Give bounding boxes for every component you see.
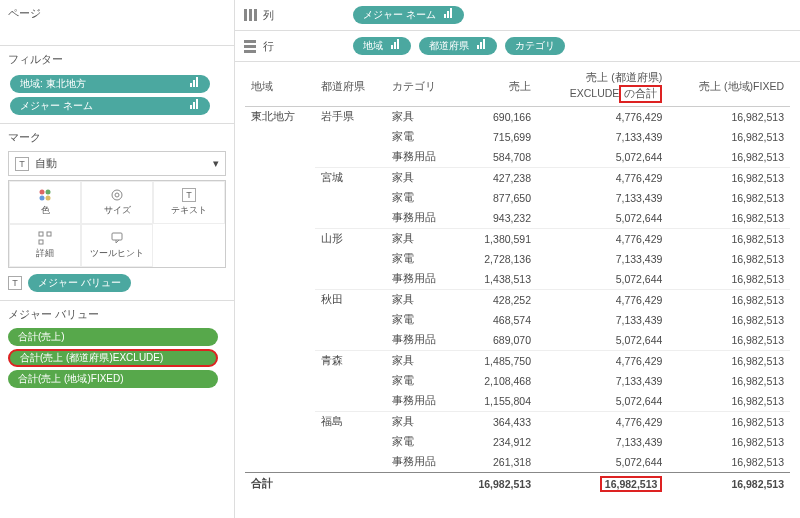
value-cell: 1,380,591 xyxy=(456,229,537,250)
pill[interactable]: 合計(売上) xyxy=(8,328,218,346)
value-cell: 4,776,429 xyxy=(537,229,668,250)
pref-cell xyxy=(315,249,385,269)
th-category: カテゴリ xyxy=(386,68,456,107)
svg-rect-30 xyxy=(483,39,485,49)
pref-cell: 宮城 xyxy=(315,168,385,189)
th-region: 地域 xyxy=(245,68,315,107)
value-cell: 364,433 xyxy=(456,412,537,433)
value-cell: 16,982,513 xyxy=(668,229,790,250)
value-cell: 877,650 xyxy=(456,188,537,208)
pill[interactable]: カテゴリ xyxy=(505,37,565,55)
pill[interactable]: 合計(売上 (都道府県)EXCLUDE) xyxy=(8,349,218,367)
pill[interactable]: メジャー ネーム xyxy=(10,97,210,115)
value-cell: 261,318 xyxy=(456,452,537,473)
pref-cell xyxy=(315,208,385,229)
svg-rect-26 xyxy=(394,42,396,49)
pill[interactable]: 地域: 東北地方 xyxy=(10,75,210,93)
mark-detail[interactable]: 詳細 xyxy=(9,224,81,267)
mark-size[interactable]: サイズ xyxy=(81,181,153,224)
marks-dropdown[interactable]: T 自動 ▾ xyxy=(8,151,226,176)
svg-point-7 xyxy=(46,190,51,195)
category-cell: 事務用品 xyxy=(386,269,456,290)
table-row: 家電715,6997,133,43916,982,513 xyxy=(245,127,790,147)
value-cell: 16,982,513 xyxy=(668,310,790,330)
value-cell: 5,072,644 xyxy=(537,269,668,290)
value-cell: 5,072,644 xyxy=(537,330,668,351)
pref-cell xyxy=(315,452,385,473)
value-cell: 4,776,429 xyxy=(537,290,668,311)
value-cell: 2,728,136 xyxy=(456,249,537,269)
value-cell: 1,485,750 xyxy=(456,351,537,372)
value-cell: 16,982,513 xyxy=(668,127,790,147)
value-cell: 16,982,513 xyxy=(668,269,790,290)
pill[interactable]: メジャー ネーム xyxy=(353,6,464,24)
svg-rect-13 xyxy=(47,232,51,236)
columns-shelf-label: 列 xyxy=(243,8,343,23)
rows-icon xyxy=(243,39,257,53)
pill[interactable]: 都道府県 xyxy=(419,37,497,55)
table-row: 事務用品689,0705,072,64416,982,513 xyxy=(245,330,790,351)
value-cell: 5,072,644 xyxy=(537,391,668,412)
value-cell: 7,133,439 xyxy=(537,310,668,330)
value-cell: 4,776,429 xyxy=(537,351,668,372)
mark-color[interactable]: 色 xyxy=(9,181,81,224)
category-cell: 家具 xyxy=(386,351,456,372)
total-cell: 16,982,513 xyxy=(668,473,790,496)
pages-panel-title: ページ xyxy=(8,6,226,21)
value-cell: 2,108,468 xyxy=(456,371,537,391)
th-sales: 売上 xyxy=(456,68,537,107)
pref-cell xyxy=(315,269,385,290)
table-row: 山形家具1,380,5914,776,42916,982,513 xyxy=(245,229,790,250)
chevron-down-icon: ▾ xyxy=(213,157,219,170)
sort-icon xyxy=(477,39,487,53)
category-cell: 事務用品 xyxy=(386,147,456,168)
value-cell: 7,133,439 xyxy=(537,371,668,391)
detail-icon xyxy=(38,231,52,245)
marks-dropdown-label: 自動 xyxy=(35,156,57,171)
category-cell: 事務用品 xyxy=(386,208,456,229)
svg-point-11 xyxy=(115,193,119,197)
table-row: 事務用品943,2325,072,64416,982,513 xyxy=(245,208,790,229)
category-cell: 家具 xyxy=(386,412,456,433)
th-fixed: 売上 (地域)FIXED xyxy=(668,68,790,107)
mark-text[interactable]: T テキスト xyxy=(153,181,225,224)
svg-rect-3 xyxy=(190,105,192,109)
svg-rect-27 xyxy=(397,39,399,49)
color-icon xyxy=(38,188,52,202)
category-cell: 事務用品 xyxy=(386,330,456,351)
total-cell: 16,982,513 xyxy=(456,473,537,496)
pill[interactable]: 合計(売上 (地域)FIXED) xyxy=(8,370,218,388)
category-cell: 家電 xyxy=(386,432,456,452)
size-icon xyxy=(110,188,124,202)
mark-tooltip[interactable]: ツールヒント xyxy=(81,224,153,267)
svg-rect-14 xyxy=(39,240,43,244)
text-type-icon-2: T xyxy=(8,276,22,290)
svg-point-10 xyxy=(112,190,122,200)
pill[interactable]: 地域 xyxy=(353,37,411,55)
svg-rect-22 xyxy=(244,40,256,43)
category-cell: 事務用品 xyxy=(386,452,456,473)
value-cell: 468,574 xyxy=(456,310,537,330)
value-cell: 16,982,513 xyxy=(668,412,790,433)
svg-rect-24 xyxy=(244,50,256,53)
marks-measure-pill[interactable]: メジャー バリュー xyxy=(28,274,131,292)
data-table: 地域 都道府県 カテゴリ 売上 売上 (都道府県) EXCLUDEの合計 売上 … xyxy=(245,68,790,495)
pref-cell xyxy=(315,127,385,147)
value-cell: 428,252 xyxy=(456,290,537,311)
measure-values-title: メジャー バリュー xyxy=(8,307,226,322)
total-cell: 16,982,513 xyxy=(537,473,668,496)
region-cell: 東北地方 xyxy=(245,107,315,473)
svg-rect-25 xyxy=(391,45,393,49)
table-row: 事務用品261,3185,072,64416,982,513 xyxy=(245,452,790,473)
svg-point-9 xyxy=(46,196,51,201)
tooltip-icon xyxy=(110,231,124,245)
value-cell: 16,982,513 xyxy=(668,208,790,229)
category-cell: 家具 xyxy=(386,290,456,311)
pref-cell xyxy=(315,371,385,391)
value-cell: 7,133,439 xyxy=(537,249,668,269)
value-cell: 16,982,513 xyxy=(668,432,790,452)
value-cell: 1,155,804 xyxy=(456,391,537,412)
category-cell: 家電 xyxy=(386,249,456,269)
value-cell: 943,232 xyxy=(456,208,537,229)
svg-rect-16 xyxy=(244,9,247,21)
